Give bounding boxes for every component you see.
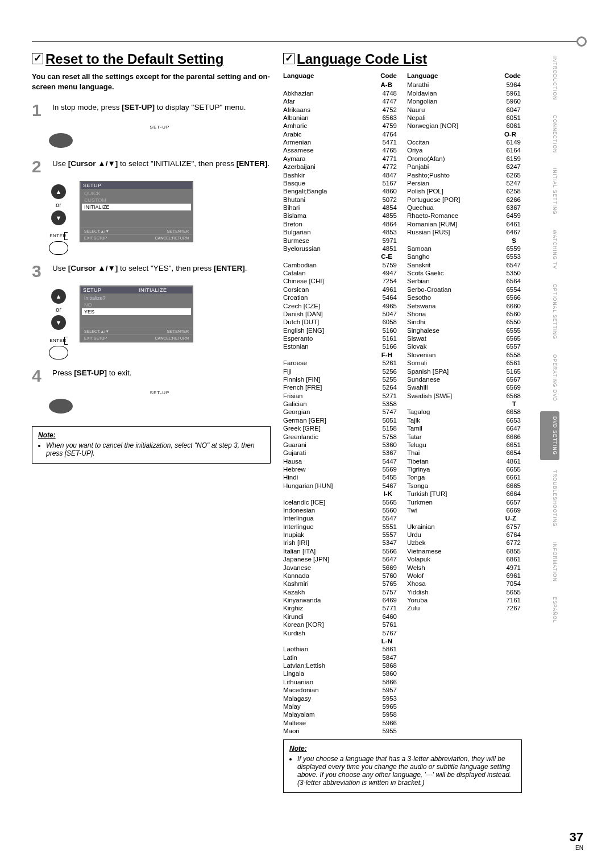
lang-name: Wolof xyxy=(407,572,424,580)
lang-row: Nepali6051 xyxy=(407,114,521,122)
side-tab[interactable]: INTRODUCTION xyxy=(540,51,559,105)
lang-code: 5566 xyxy=(382,547,397,555)
col-head-code: Code xyxy=(504,72,521,80)
lang-row: Irish [IRI]5347 xyxy=(283,539,397,547)
lang-name: Slovenian xyxy=(407,351,436,359)
lang-row: Hebrew5569 xyxy=(283,465,397,473)
lang-code: 6657 xyxy=(506,498,521,506)
lang-name: Fiji xyxy=(283,367,292,375)
side-tab[interactable]: CONNECTION xyxy=(540,110,559,158)
lang-name: Czech [CZE] xyxy=(283,302,320,310)
lang-row: Panjabi6247 xyxy=(407,163,521,171)
lang-name: Sesotho xyxy=(407,294,431,301)
lang-code: 5165 xyxy=(506,367,521,375)
side-tab[interactable]: TROUBLESHOOTING xyxy=(540,465,559,532)
lang-row: Albanian6563 xyxy=(283,114,397,122)
osd-footer: EXIT:SETUPCANCEL:RETURN xyxy=(81,234,192,241)
lang-name: Esperanto xyxy=(283,334,313,342)
lang-name: Amharic xyxy=(283,122,307,130)
lang-name: Pashto;Pushto xyxy=(407,171,450,179)
lang-name: Icelandic [ICE] xyxy=(283,498,325,506)
lang-code: 5047 xyxy=(382,310,397,318)
lang-code: 5761 xyxy=(382,621,397,629)
lang-name: Catalan xyxy=(283,269,306,277)
lang-row: Shona6560 xyxy=(407,310,521,318)
lang-name: Maltese xyxy=(283,719,306,727)
cursor-down-icon: ▼ xyxy=(51,315,66,330)
language-col-2: LanguageCode Marathi5964Moldavian5961Mon… xyxy=(407,72,521,735)
osd-tab: SETUP xyxy=(81,182,192,189)
lang-code: 6568 xyxy=(506,392,521,400)
side-tab[interactable]: WATCHING TV xyxy=(540,225,559,274)
lang-code: 6567 xyxy=(506,375,521,383)
lang-name: Scots Gaelic xyxy=(407,269,444,277)
lang-name: Interlingua xyxy=(283,514,314,522)
lang-code: 4765 xyxy=(382,146,397,154)
lang-code: 6367 xyxy=(506,204,521,212)
lang-code: 5565 xyxy=(382,498,397,506)
lang-code: 6561 xyxy=(506,359,521,367)
lang-row: Kannada5760 xyxy=(283,572,397,580)
lang-code: 5166 xyxy=(382,342,397,350)
lang-code: 5072 xyxy=(382,196,397,204)
lang-row: Burmese5971 xyxy=(283,237,397,245)
side-tab[interactable]: ESPAÑOL xyxy=(540,592,559,629)
osd-hint: SELECT:▲/▼ xyxy=(84,329,109,333)
lang-name: Volapuk xyxy=(407,555,430,563)
lang-row: Javanese5669 xyxy=(283,564,397,572)
cursor-up-icon: ▲ xyxy=(51,289,66,304)
step-frag: to display "SETUP" menu. xyxy=(155,103,246,111)
lang-code: 5464 xyxy=(382,294,397,301)
osd-hint: SELECT:▲/▼ xyxy=(84,229,109,233)
lang-name: Kirundi xyxy=(283,613,304,621)
osd-item: QUICK xyxy=(82,190,191,197)
lang-name: Kazakh xyxy=(283,588,305,596)
lang-row: Turkish [TUR]6664 xyxy=(407,490,521,498)
lang-code: 6655 xyxy=(506,465,521,473)
lang-name: Tajik xyxy=(407,416,420,424)
lang-row: Azerbaijani4772 xyxy=(283,163,397,171)
lang-row: Bengali;Bangla4860 xyxy=(283,187,397,195)
lang-code: 5261 xyxy=(382,359,397,367)
lang-name: Zulu xyxy=(407,604,420,612)
lang-name: Azerbaijani xyxy=(283,163,316,171)
lang-code: 5455 xyxy=(382,473,397,481)
lang-code: 6569 xyxy=(506,383,521,391)
osd-hint: SET:ENTER xyxy=(167,229,189,233)
lang-code: 4748 xyxy=(382,89,397,97)
side-tab[interactable]: OPTIONAL SETTING xyxy=(540,279,559,345)
lang-name: English [ENG] xyxy=(283,326,324,334)
lang-row: Xhosa7054 xyxy=(407,580,521,588)
language-table: LanguageCode A-BAbkhazian4748Afar4747Afr… xyxy=(283,72,522,735)
lang-code: 4854 xyxy=(382,204,397,212)
top-dot-icon xyxy=(576,36,587,47)
lang-name: Tibetan xyxy=(407,457,429,465)
lang-code: 6467 xyxy=(506,228,521,236)
side-tab[interactable]: INITIAL SETTING xyxy=(540,163,559,220)
lang-name: Urdu xyxy=(407,531,421,539)
lang-row: Greenlandic5758 xyxy=(283,433,397,441)
lang-code: 6564 xyxy=(506,277,521,285)
lang-name: Welsh xyxy=(407,564,425,572)
side-tab[interactable]: DVD SETTING xyxy=(540,411,559,460)
lang-row: Korean [KOR]5761 xyxy=(283,621,397,629)
lang-code: 5965 xyxy=(382,702,397,710)
side-tab[interactable]: OPERATING DVD xyxy=(540,349,559,407)
lang-row: Mongolian5960 xyxy=(407,97,521,105)
lang-code: 5557 xyxy=(382,531,397,539)
lang-name: Arabic xyxy=(283,130,302,138)
lang-row: Guarani5360 xyxy=(283,441,397,449)
lang-name: Singhalese xyxy=(407,326,439,334)
lang-code: 5765 xyxy=(382,580,397,588)
lang-code: 5964 xyxy=(506,81,521,89)
lang-name: Sindhi xyxy=(407,318,425,326)
lang-row: German [GER]5051 xyxy=(283,416,397,424)
side-tab[interactable]: INFORMATION xyxy=(540,537,559,587)
lang-name: Tatar xyxy=(407,433,422,441)
lang-row: Oriya6164 xyxy=(407,146,521,154)
lang-name: Uzbek xyxy=(407,539,426,547)
osd-item-selected: INITIALIZE xyxy=(82,204,191,210)
lang-code: 4771 xyxy=(382,155,397,163)
step-key: [Cursor ▲/▼] xyxy=(68,159,118,168)
lang-code: 6560 xyxy=(506,310,521,318)
